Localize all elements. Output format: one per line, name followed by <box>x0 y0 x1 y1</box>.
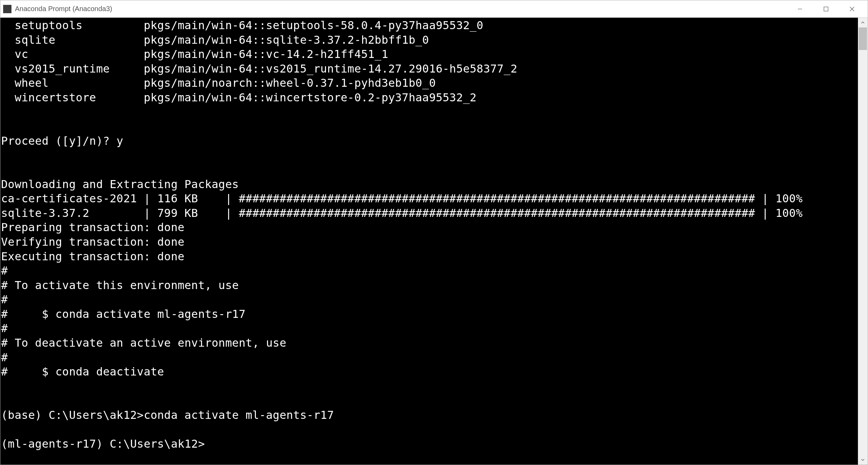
scroll-track[interactable] <box>858 27 868 455</box>
window-controls <box>787 0 865 18</box>
minimize-button[interactable] <box>787 0 813 18</box>
chevron-up-icon <box>861 20 865 25</box>
app-icon <box>3 5 11 13</box>
chevron-down-icon <box>861 458 865 462</box>
scroll-up-arrow[interactable] <box>858 18 868 27</box>
scroll-thumb[interactable] <box>859 27 867 50</box>
vertical-scrollbar[interactable] <box>858 18 868 465</box>
window-title: Anaconda Prompt (Anaconda3) <box>15 5 112 13</box>
maximize-button[interactable] <box>813 0 839 18</box>
minimize-icon <box>797 6 803 12</box>
svg-rect-1 <box>824 7 828 11</box>
titlebar[interactable]: Anaconda Prompt (Anaconda3) <box>0 0 868 18</box>
terminal-container: setuptools pkgs/main/win-64::setuptools-… <box>0 18 868 465</box>
terminal-output[interactable]: setuptools pkgs/main/win-64::setuptools-… <box>0 18 858 465</box>
close-icon <box>849 6 855 12</box>
scroll-down-arrow[interactable] <box>858 455 868 465</box>
maximize-icon <box>823 6 829 12</box>
app-window: Anaconda Prompt (Anaconda3) setuptools p… <box>0 0 868 465</box>
close-button[interactable] <box>839 0 865 18</box>
